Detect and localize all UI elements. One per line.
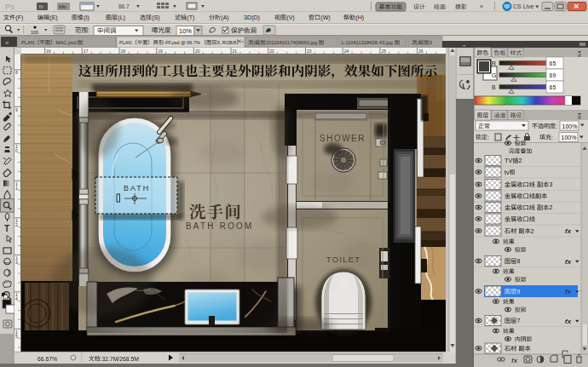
svg-text:2: 2: [15, 222, 18, 227]
svg-text:2: 2: [518, 157, 522, 164]
svg-text:22: 22: [269, 49, 274, 54]
svg-text:(F): (F): [15, 14, 23, 21]
svg-text::: :: [551, 135, 553, 140]
svg-text:100%: 100%: [562, 123, 578, 129]
svg-text:(S): (S): [152, 14, 159, 21]
svg-text:26: 26: [418, 49, 424, 54]
svg-text:PLAN: PLAN: [21, 40, 34, 45]
svg-text:20: 20: [195, 49, 200, 54]
svg-text::: :: [88, 26, 89, 34]
svg-text:fx: fx: [565, 227, 572, 235]
svg-text:10%: 10%: [179, 27, 192, 35]
svg-text:»: »: [5, 39, 9, 47]
svg-text:19: 19: [158, 49, 163, 54]
svg-text:3D: 3D: [244, 14, 251, 20]
svg-text:T: T: [4, 224, 9, 233]
svg-text:B: B: [492, 84, 496, 90]
svg-text:25: 25: [381, 49, 386, 54]
svg-text:21: 21: [233, 49, 238, 54]
svg-text:tv: tv: [504, 169, 510, 176]
svg-text:fx: fx: [565, 258, 572, 266]
svg-text:(L): (L): [118, 14, 125, 21]
svg-text:8: 8: [516, 257, 520, 265]
svg-text:9: 9: [516, 288, 520, 295]
svg-text:1: 1: [15, 186, 18, 191]
svg-text:R: R: [492, 60, 496, 66]
svg-text:9: 9: [15, 107, 18, 112]
svg-text:(A): (A): [221, 14, 228, 21]
svg-text:PLAN: PLAN: [119, 40, 131, 45]
svg-text:(H): (H): [355, 14, 364, 21]
svg-text:»: »: [480, 3, 483, 9]
svg-text::: :: [556, 123, 557, 129]
svg-text:(W): (W): [320, 14, 330, 21]
svg-text:0: 0: [15, 148, 18, 153]
svg-text:fx: fx: [565, 318, 572, 325]
svg-text:2: 2: [549, 204, 552, 211]
svg-text:2011041017409663.jpg: 2011041017409663.jpg: [266, 40, 318, 45]
svg-text:fx: fx: [511, 357, 518, 364]
svg-text:-FF.psd @ 66.7%: -FF.psd @ 66.7%: [164, 40, 200, 45]
svg-text:8: 8: [15, 70, 18, 75]
svg-text:23: 23: [307, 49, 312, 54]
svg-text:24: 24: [344, 49, 349, 54]
svg-text::: :: [487, 135, 489, 140]
svg-text:Mb: Mb: [59, 4, 66, 9]
svg-text:7: 7: [516, 317, 520, 324]
svg-text:3: 3: [549, 181, 552, 188]
svg-text:65: 65: [550, 60, 556, 66]
svg-text:66.67%: 66.67%: [37, 356, 57, 362]
svg-text:(E): (E): [49, 14, 57, 21]
svg-text:(I): (I): [84, 14, 89, 21]
svg-text:G: G: [492, 72, 496, 78]
svg-text:Br: Br: [39, 4, 44, 9]
svg-text:|: |: [253, 40, 255, 45]
svg-text:(D): (D): [251, 14, 260, 21]
svg-text:Ps: Ps: [5, 2, 14, 11]
svg-text:3: 3: [15, 260, 18, 265]
svg-text:69: 69: [550, 72, 556, 78]
svg-text:100: 100: [31, 30, 38, 35]
svg-text:fx: fx: [565, 288, 572, 295]
svg-text:TV: TV: [504, 157, 512, 164]
svg-text:18: 18: [121, 49, 126, 54]
svg-text:(T): (T): [187, 14, 194, 21]
svg-text:1-110411318426-43.jpg: 1-110411318426-43.jpg: [341, 40, 393, 45]
svg-text:9, RGB/8: 9, RGB/8: [217, 40, 237, 45]
svg-text:66.7: 66.7: [118, 3, 130, 9]
svg-text:MAC.psd: MAC.psd: [56, 40, 77, 45]
svg-text:2: 2: [531, 227, 534, 235]
svg-text:65: 65: [550, 84, 556, 90]
svg-text::: :: [171, 26, 173, 34]
svg-text::32.7M/268.5M: :32.7M/268.5M: [101, 356, 140, 362]
svg-text:4: 4: [15, 296, 18, 301]
svg-text:CS Live: CS Live: [513, 3, 534, 9]
svg-text:16: 16: [46, 49, 51, 54]
svg-text:17: 17: [84, 49, 89, 54]
svg-text:100%: 100%: [562, 135, 577, 140]
svg-text:3: 3: [429, 40, 432, 45]
svg-text:(V): (V): [286, 14, 294, 21]
svg-text:5: 5: [15, 334, 18, 339]
svg-text:|: |: [417, 40, 418, 45]
